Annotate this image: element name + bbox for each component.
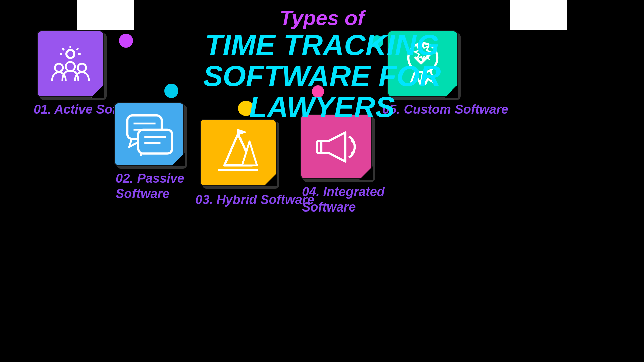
team-icon <box>47 44 94 84</box>
svg-line-4 <box>62 48 64 50</box>
mountain-icon <box>211 129 265 176</box>
corner-rect-top-left <box>77 0 134 30</box>
svg-line-2 <box>77 48 78 50</box>
title-line4: LAWYERS <box>203 92 441 122</box>
svg-point-0 <box>66 50 74 58</box>
svg-point-8 <box>78 64 86 72</box>
svg-point-6 <box>55 64 63 72</box>
dot-cyan <box>164 84 178 98</box>
svg-rect-20 <box>317 141 321 153</box>
megaphone-icon <box>311 124 362 169</box>
label-03: 03. Hybrid Software <box>195 193 314 207</box>
card-01-active <box>37 30 104 97</box>
card-04-integrated <box>300 114 372 179</box>
dot-purple <box>119 34 133 48</box>
title-line2: TIME TRACKING <box>203 29 441 60</box>
label-02: 02. Passive Software <box>116 171 184 201</box>
chat-icon <box>124 112 174 156</box>
svg-rect-12 <box>138 130 172 154</box>
svg-marker-18 <box>238 129 247 135</box>
title-area: Types of TIME TRACKING SOFTWARE FOR LAWY… <box>203 7 441 122</box>
card-03-hybrid <box>200 119 277 186</box>
label-04: 04. Integrated Software <box>302 184 385 215</box>
title-line3: SOFTWARE FOR <box>203 61 441 92</box>
title-types: Types of <box>203 7 441 29</box>
corner-rect-top-right <box>510 0 567 30</box>
card-02-passive <box>114 102 184 166</box>
